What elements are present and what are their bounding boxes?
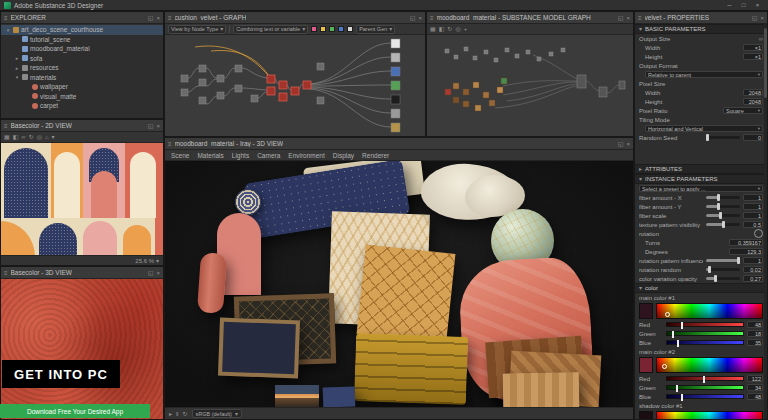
menu-display[interactable]: Display	[333, 152, 354, 159]
grid-icon[interactable]: ▦	[4, 134, 10, 140]
split-view-icon[interactable]: ◧	[13, 134, 19, 140]
param-slider[interactable]	[706, 223, 740, 226]
refresh-icon[interactable]: ↻	[447, 26, 452, 32]
pixel-width-field[interactable]: 2048	[743, 89, 763, 96]
color-map[interactable]	[656, 357, 763, 373]
red-value[interactable]: 122	[747, 375, 763, 382]
main3d-header[interactable]: ≡ moodboard_material - Iray - 3D VIEW ◱ …	[165, 138, 633, 150]
tree-item-package[interactable]: ▾ art_deco_scene_courthouse	[1, 25, 163, 35]
param-value[interactable]: 0.02	[743, 266, 763, 273]
float-panel-icon[interactable]: ◱	[148, 270, 154, 276]
float-panel-icon[interactable]: ◱	[618, 141, 624, 147]
section-basic-parameters[interactable]: ▾ BASIC PARAMETERS	[635, 24, 767, 34]
param-slider[interactable]	[706, 268, 740, 271]
panel-menu-icon[interactable]: ≡	[168, 141, 172, 147]
graph2-canvas[interactable]	[427, 35, 633, 136]
explorer-header[interactable]: ≡ EXPLORER ◱ ×	[1, 12, 163, 24]
color-swatch[interactable]	[639, 303, 653, 319]
param-value[interactable]: 0.5	[743, 221, 763, 228]
refresh-icon[interactable]: ↻	[183, 411, 188, 417]
parent-gen-dropdown[interactable]: Parent Gen ▾	[356, 25, 395, 34]
output-height-field[interactable]: ×1	[743, 53, 763, 60]
play-icon[interactable]: ▸	[169, 411, 172, 417]
graph-nodes[interactable]	[181, 63, 324, 104]
section-attributes[interactable]: ▸ ATTRIBUTES	[635, 164, 767, 174]
close-panel-icon[interactable]: ×	[760, 15, 764, 21]
grid-icon[interactable]: ▦	[430, 26, 436, 32]
channel-chip-metallic[interactable]	[329, 26, 335, 32]
tree-item-graph[interactable]: ▸ sofa	[1, 54, 163, 64]
tree-item-material[interactable]: wallpaper	[1, 82, 163, 92]
color-swatch[interactable]	[639, 357, 653, 373]
blue-value[interactable]: 48	[747, 393, 763, 400]
expand-icon[interactable]: ▾	[14, 74, 20, 80]
channel-chip-normal[interactable]	[338, 26, 344, 32]
colorspace-dropdown[interactable]: sRGB (default) ▾	[192, 409, 242, 418]
expand-icon[interactable]: ▾	[5, 27, 11, 33]
color-cursor[interactable]	[662, 364, 667, 369]
green-value[interactable]: 34	[747, 384, 763, 391]
close-button[interactable]: ×	[751, 1, 764, 10]
green-slider[interactable]	[666, 331, 744, 336]
2d-texture-canvas[interactable]	[1, 143, 163, 255]
param-slider[interactable]	[706, 214, 740, 217]
color-swatch[interactable]	[639, 411, 653, 419]
graph2-viewport[interactable]	[427, 35, 633, 136]
minimize-button[interactable]: ─	[723, 1, 736, 10]
float-panel-icon[interactable]: ◱	[410, 15, 416, 21]
close-panel-icon[interactable]: ×	[626, 141, 630, 147]
rotation-degrees-field[interactable]: 129.3	[729, 248, 763, 255]
expand-icon[interactable]: ▸	[14, 65, 20, 71]
param-value[interactable]: 1	[743, 257, 763, 264]
param-value[interactable]: 1	[743, 194, 763, 201]
tree-item-folder[interactable]: ▸ resources	[1, 63, 163, 73]
rotation-dial[interactable]	[754, 229, 763, 238]
color-cursor[interactable]	[665, 312, 670, 317]
param-value[interactable]: 1	[743, 212, 763, 219]
graph-nodes-scatter[interactable]	[445, 47, 565, 62]
float-panel-icon[interactable]: ◱	[752, 15, 758, 21]
section-color[interactable]: ▾ color	[635, 283, 767, 293]
split-view-icon[interactable]: ◧	[439, 26, 445, 32]
output-format-dropdown[interactable]: Relative to parent ▾	[645, 71, 763, 78]
panel-menu-icon[interactable]: ≡	[638, 15, 642, 21]
add-node-icon[interactable]: +	[464, 26, 468, 32]
float-panel-icon[interactable]: ◱	[618, 15, 624, 21]
output-width-field[interactable]: ×1	[743, 44, 763, 51]
color-map[interactable]	[656, 303, 763, 319]
center-view-icon[interactable]: ◎	[37, 134, 42, 140]
view3dsmall-header[interactable]: ≡ Basecolor - 3D VIEW ◱ ×	[1, 267, 163, 279]
panel-menu-icon[interactable]: ≡	[4, 270, 8, 276]
pixel-height-field[interactable]: 2048	[743, 98, 763, 105]
options-caret-icon[interactable]: ▾	[52, 134, 55, 140]
tiling-mode-dropdown[interactable]: Horizontal and Vertical ▾	[645, 125, 763, 132]
tree-item-graph[interactable]: moodboard_material	[1, 44, 163, 54]
red-slider[interactable]	[666, 376, 744, 381]
panel-menu-icon[interactable]: ≡	[4, 123, 8, 129]
rotation-turns-field[interactable]: 0.359167	[729, 239, 763, 246]
blue-value[interactable]: 35	[747, 339, 763, 346]
green-value[interactable]: 18	[747, 330, 763, 337]
section-instance-parameters[interactable]: ▾ INSTANCE PARAMETERS	[635, 174, 767, 184]
blue-slider[interactable]	[666, 340, 744, 345]
graph1-canvas[interactable]	[165, 35, 425, 136]
properties-scrollbar[interactable]	[764, 24, 767, 419]
menu-materials[interactable]: Materials	[197, 152, 223, 159]
float-panel-icon[interactable]: ◱	[148, 123, 154, 129]
close-panel-icon[interactable]: ×	[418, 15, 422, 21]
float-panel-icon[interactable]: ◱	[148, 15, 154, 21]
param-slider[interactable]	[706, 259, 740, 262]
center-view-icon[interactable]: ◎	[455, 26, 460, 32]
3d-viewport[interactable]	[165, 161, 633, 407]
channel-chip-basecolor[interactable]	[311, 26, 317, 32]
graph-output-nodes[interactable]	[391, 39, 400, 132]
view2d-header[interactable]: ≡ Basecolor - 2D VIEW ◱ ×	[1, 120, 163, 132]
home-view-icon[interactable]: ⌂	[45, 134, 49, 140]
titlebar[interactable]: Adobe Substance 3D Designer ─ □ ×	[0, 0, 768, 11]
close-panel-icon[interactable]: ×	[156, 15, 160, 21]
menu-scene[interactable]: Scene	[171, 152, 189, 159]
channel-chip-height[interactable]	[347, 26, 353, 32]
green-slider[interactable]	[666, 385, 744, 390]
graph1-header[interactable]: ≡ cushion_velvet - GRAPH ◱ ×	[165, 12, 425, 24]
properties-header[interactable]: ≡ velvet - PROPERTIES ◱ ×	[635, 12, 767, 24]
